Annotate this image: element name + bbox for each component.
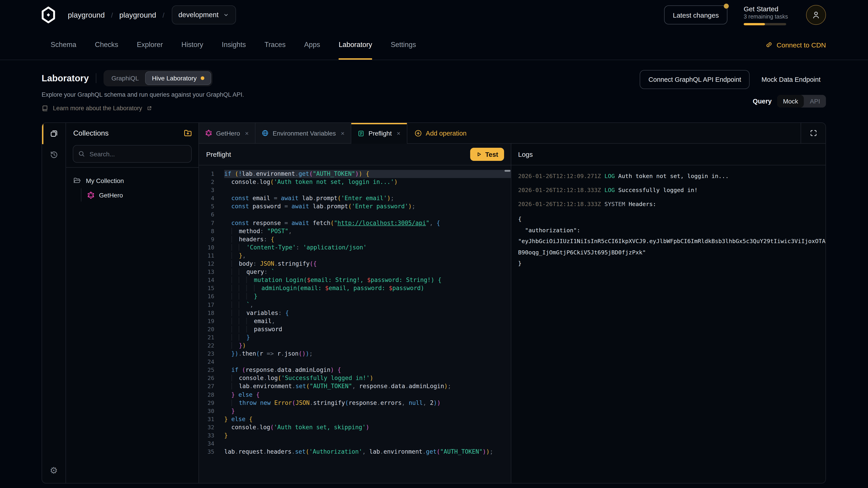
code-line: 24 (199, 358, 511, 366)
code-line: 25 if (response.data.adminLogin) { (199, 366, 511, 375)
history-rail-button[interactable] (42, 144, 66, 165)
nav-tab-apps[interactable]: Apps (304, 30, 320, 60)
tab-preflight[interactable]: Preflight × (351, 123, 407, 144)
sidebar-rail: ⚙ (42, 123, 66, 483)
line-number: 1 (199, 170, 224, 178)
get-started-widget[interactable]: Get Started 3 remaining tasks (744, 5, 786, 25)
settings-gear-button[interactable]: ⚙ (42, 458, 66, 483)
collections-search[interactable] (73, 145, 192, 163)
new-collection-button[interactable] (184, 129, 192, 137)
add-operation-label: Add operation (426, 129, 467, 137)
target-selector[interactable]: development (172, 5, 236, 24)
new-feature-dot (201, 76, 204, 80)
mode-api[interactable]: API (804, 95, 826, 107)
collections-rail-button[interactable] (42, 123, 66, 144)
graphql-icon (87, 191, 94, 199)
notification-dot (724, 4, 729, 8)
line-number: 23 (199, 350, 224, 358)
collections-icon (50, 129, 58, 138)
code-line: 28 } else { (199, 391, 511, 399)
test-button[interactable]: Test (470, 148, 504, 161)
nav-tab-insights[interactable]: Insights (222, 30, 246, 60)
editor-scrollbar[interactable] (504, 170, 510, 172)
user-avatar[interactable] (806, 5, 826, 25)
get-started-progress (744, 23, 786, 25)
history-icon (50, 151, 58, 159)
latest-changes-button[interactable]: Latest changes (664, 5, 727, 24)
collection-folder-my-collection[interactable]: My Collection (66, 173, 198, 188)
editor-title: Preflight (206, 151, 231, 158)
line-number: 24 (199, 358, 224, 366)
breadcrumb-org[interactable]: playground (68, 11, 105, 19)
laboratory-header: Laboratory GraphiQL Hive Laboratory Expl… (41, 70, 826, 111)
logs-pane: Logs 2026-01-26T12:12:09.271Z LOG Auth t… (511, 144, 826, 483)
ui-mode-toggle: GraphiQL Hive Laboratory (104, 70, 213, 86)
test-button-label: Test (485, 151, 498, 158)
learn-more-link[interactable]: Learn more about the Laboratory (41, 105, 244, 111)
code-line: 16 } (199, 293, 511, 301)
line-number: 20 (199, 325, 224, 333)
target-selector-value: development (178, 11, 219, 19)
operation-label: GetHero (99, 191, 123, 199)
nav-tab-schema[interactable]: Schema (51, 30, 76, 60)
add-operation-button[interactable]: Add operation (407, 123, 474, 143)
log-entry: 2026-01-26T12:12:18.333Z LOG Successfull… (518, 186, 826, 194)
collection-operation-gethero[interactable]: GetHero (66, 188, 198, 202)
line-number: 32 (199, 423, 224, 431)
code-line: 14 mutation Login($email: String!, $pass… (199, 276, 511, 284)
line-number: 35 (199, 448, 224, 456)
line-number: 25 (199, 366, 224, 375)
line-number: 9 (199, 235, 224, 243)
tree-guide-line (81, 188, 81, 201)
code-line: 11 }, (199, 252, 511, 260)
code-line: 27 lab.environment.set("AUTH_TOKEN", res… (199, 383, 511, 391)
code-line: 33} (199, 431, 511, 440)
code-line: 29 throw new Error(JSON.stringify(respon… (199, 399, 511, 407)
connect-to-cdn-label: Connect to CDN (777, 41, 826, 48)
log-raw-line: "authorization": (518, 225, 826, 236)
breadcrumb-separator: / (162, 11, 164, 19)
line-number: 2 (199, 178, 224, 186)
tab-gethero[interactable]: GetHero × (199, 123, 255, 143)
code-line: 10 'Content-Type': 'application/json' (199, 243, 511, 252)
nav-tab-traces[interactable]: Traces (265, 30, 286, 60)
nav-tab-checks[interactable]: Checks (95, 30, 118, 60)
mode-mock[interactable]: Mock (777, 95, 804, 107)
toggle-hive-laboratory[interactable]: Hive Laboratory (145, 71, 211, 85)
connect-to-cdn-link[interactable]: Connect to CDN (765, 30, 826, 60)
hive-logo-icon[interactable] (40, 5, 57, 25)
code-line: 2 console.log('Auth token not set, loggi… (199, 178, 511, 186)
code-editor[interactable]: 1if (!lab.environment.get("AUTH_TOKEN"))… (199, 165, 511, 483)
breadcrumb-project[interactable]: playground (119, 11, 156, 19)
line-number: 8 (199, 227, 224, 235)
code-line: 26 console.log('Successfully logged in!'… (199, 375, 511, 383)
search-input[interactable] (89, 150, 186, 158)
line-number: 19 (199, 317, 224, 325)
fullscreen-button[interactable] (801, 123, 826, 143)
preflight-editor-pane: Preflight Test 1if (!lab.environment.get… (199, 144, 511, 483)
mock-data-endpoint-button[interactable]: Mock Data Endpoint (756, 70, 826, 89)
log-raw-line: { (518, 214, 826, 225)
collection-folder-label: My Collection (86, 177, 124, 184)
line-number: 15 (199, 285, 224, 293)
toggle-graphiql[interactable]: GraphiQL (105, 72, 145, 85)
nav-tab-explorer[interactable]: Explorer (137, 30, 163, 60)
nav-tab-laboratory[interactable]: Laboratory (339, 30, 372, 60)
logs-output[interactable]: 2026-01-26T12:12:09.271Z LOG Auth token … (511, 165, 826, 483)
close-icon[interactable]: × (341, 129, 344, 137)
nav-tab-history[interactable]: History (182, 30, 203, 60)
log-entry: 2026-01-26T12:12:09.271Z LOG Auth token … (518, 172, 826, 180)
graphql-icon (205, 130, 212, 136)
nav-tab-settings[interactable]: Settings (391, 30, 416, 60)
close-icon[interactable]: × (245, 129, 249, 137)
tab-environment-variables[interactable]: Environment Variables × (255, 123, 351, 143)
chevron-down-icon (223, 12, 229, 18)
connect-graphql-endpoint-button[interactable]: Connect GraphQL API Endpoint (640, 70, 750, 89)
line-number: 4 (199, 195, 224, 203)
line-number: 17 (199, 301, 224, 309)
close-icon[interactable]: × (397, 130, 400, 137)
get-started-title: Get Started (744, 5, 786, 12)
code-line: 3 (199, 186, 511, 194)
log-entry: 2026-01-26T12:12:18.333Z SYSTEM Headers: (518, 200, 826, 208)
line-number: 7 (199, 219, 224, 227)
